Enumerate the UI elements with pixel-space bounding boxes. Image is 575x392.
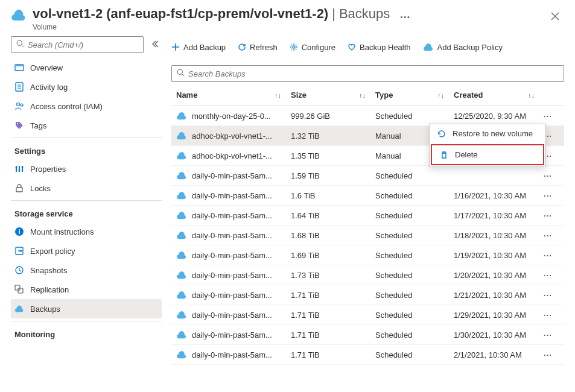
sidebar-item-export-policy[interactable]: Export policy — [11, 241, 162, 261]
cell-size: 999.26 GiB — [286, 112, 370, 121]
context-restore-label: Restore to new volume — [453, 129, 533, 138]
plus-icon — [171, 43, 180, 51]
cell-size: 1.69 TiB — [286, 251, 370, 260]
backup-name: daily-0-min-past-5am... — [192, 350, 272, 359]
cell-size: 1.6 TiB — [286, 191, 370, 200]
backup-name: daily-0-min-past-5am... — [192, 251, 272, 260]
cell-created: 1/17/2021, 10:30 AM — [449, 211, 539, 220]
sort-icon: ↑↓ — [359, 92, 366, 99]
row-actions-button[interactable]: ··· — [539, 330, 556, 340]
backup-health-button[interactable]: Backup Health — [348, 43, 411, 52]
row-actions-button[interactable]: ··· — [539, 211, 556, 220]
row-actions-button[interactable]: ··· — [539, 350, 556, 359]
context-delete[interactable]: Delete — [431, 144, 544, 165]
table-row[interactable]: daily-0-min-past-5am...1.59 TiBScheduled… — [171, 166, 564, 186]
sidebar-item-replication[interactable]: Replication — [11, 280, 162, 299]
refresh-button[interactable]: Refresh — [238, 43, 278, 52]
locks-icon — [14, 183, 24, 193]
cell-created: 1/20/2021, 10:30 AM — [449, 271, 539, 280]
sidebar-search-input[interactable] — [28, 40, 138, 49]
search-backups-input[interactable] — [188, 69, 559, 78]
context-restore[interactable]: Restore to new volume — [430, 124, 545, 143]
row-actions-button[interactable]: ··· — [539, 311, 556, 320]
svg-line-26 — [182, 74, 185, 77]
cell-name: daily-0-min-past-5am... — [171, 251, 286, 260]
sidebar-item-access-control[interactable]: Access control (IAM) — [11, 96, 162, 116]
table-row[interactable]: adhoc-bkp-vol-vnet1-...1.32 TiBManual···… — [171, 126, 564, 146]
backup-icon — [176, 330, 187, 339]
sidebar-item-label: Mount instructions — [30, 227, 94, 236]
row-actions-button[interactable]: ··· — [539, 191, 556, 200]
table-row[interactable]: daily-0-min-past-5am...1.6 TiBScheduled1… — [171, 186, 564, 206]
table-row[interactable]: daily-0-min-past-5am...1.71 TiBScheduled… — [171, 285, 564, 305]
table-row[interactable]: daily-0-min-past-5am...1.71 TiBScheduled… — [171, 305, 564, 325]
backup-name: daily-0-min-past-5am... — [192, 291, 272, 300]
column-header-size[interactable]: Size↑↓ — [286, 90, 370, 100]
row-actions-button[interactable]: ··· — [539, 112, 556, 121]
close-button[interactable] — [546, 8, 564, 26]
backup-icon — [176, 151, 187, 160]
sort-icon: ↑↓ — [437, 92, 444, 99]
row-actions-button[interactable]: ··· — [539, 251, 556, 260]
properties-icon — [14, 164, 24, 174]
backup-icon — [176, 131, 187, 140]
sidebar-item-overview[interactable]: Overview — [11, 58, 162, 77]
column-header-type[interactable]: Type↑↓ — [370, 90, 449, 100]
search-icon — [16, 40, 24, 49]
table-row[interactable]: daily-0-min-past-5am...1.71 TiBScheduled… — [171, 325, 564, 345]
row-actions-button[interactable]: ··· — [539, 171, 556, 180]
sidebar-item-label: Overview — [30, 63, 63, 72]
cell-size: 1.71 TiB — [286, 291, 370, 300]
restore-icon — [437, 130, 446, 138]
table-row[interactable]: daily-0-min-past-5am...1.64 TiBScheduled… — [171, 206, 564, 226]
cell-created: 1/16/2021, 10:30 AM — [449, 191, 539, 200]
sidebar-search[interactable] — [11, 36, 144, 53]
add-backup-policy-button[interactable]: Add Backup Policy — [423, 43, 503, 52]
more-title-icon[interactable]: … — [393, 8, 410, 21]
backup-name: adhoc-bkp-vol-vnet1-... — [192, 131, 272, 141]
cell-created: 1/19/2021, 10:30 AM — [449, 251, 539, 260]
column-header-name[interactable]: Name↑↓ — [171, 90, 286, 100]
page-subtitle: Volume — [33, 23, 540, 31]
table-row[interactable]: daily-0-min-past-5am...1.71 TiBScheduled… — [171, 345, 564, 365]
configure-button[interactable]: Configure — [290, 43, 335, 52]
backup-icon — [176, 112, 187, 120]
cell-type: Scheduled — [370, 271, 449, 280]
cell-type: Scheduled — [370, 251, 449, 260]
table-row[interactable]: daily-0-min-past-5am...1.73 TiBScheduled… — [171, 265, 564, 285]
sidebar-item-label: Access control (IAM) — [30, 102, 103, 111]
cell-name: daily-0-min-past-5am... — [171, 311, 286, 320]
sidebar-item-activity-log[interactable]: Activity log — [11, 77, 162, 96]
backup-icon — [176, 211, 187, 220]
sidebar-item-snapshots[interactable]: Snapshots — [11, 261, 162, 280]
cell-name: daily-0-min-past-5am... — [171, 171, 286, 180]
row-actions-button[interactable]: ··· — [539, 271, 556, 280]
backup-icon — [176, 251, 187, 259]
table-row[interactable]: daily-0-min-past-5am...1.68 TiBScheduled… — [171, 226, 564, 245]
configure-label: Configure — [302, 43, 335, 52]
column-header-created[interactable]: Created↑↓ — [449, 90, 539, 100]
row-actions-button[interactable]: ··· — [539, 231, 556, 240]
overview-icon — [14, 63, 24, 72]
svg-text:i: i — [18, 228, 20, 235]
export-policy-icon — [14, 246, 24, 256]
sidebar-item-tags[interactable]: Tags — [11, 116, 162, 135]
cell-type: Scheduled — [370, 350, 449, 359]
sidebar-item-mount-instructions[interactable]: iMount instructions — [11, 222, 162, 241]
table-row[interactable]: daily-0-min-past-5am...1.69 TiBScheduled… — [171, 245, 564, 265]
sidebar: OverviewActivity logAccess control (IAM)… — [11, 36, 165, 392]
collapse-sidebar-button[interactable] — [148, 37, 162, 52]
sidebar-item-locks[interactable]: Locks — [11, 179, 162, 198]
page-header: vol-vnet1-2 (anf-euap-fst1/cp-prem/vol-v… — [11, 6, 564, 36]
sidebar-item-backups[interactable]: Backups — [11, 299, 162, 318]
cell-type: Scheduled — [370, 330, 449, 340]
add-backup-button[interactable]: Add Backup — [171, 43, 226, 52]
row-actions-button[interactable]: ··· — [539, 291, 556, 300]
sidebar-item-label: Tags — [30, 121, 46, 130]
backup-icon — [176, 311, 187, 319]
cell-created: 1/29/2021, 10:30 AM — [449, 311, 539, 320]
backup-name: daily-0-min-past-5am... — [192, 191, 272, 200]
search-backups[interactable] — [171, 65, 564, 82]
context-menu: Restore to new volumeDelete — [429, 124, 546, 167]
sidebar-item-properties[interactable]: Properties — [11, 159, 162, 179]
